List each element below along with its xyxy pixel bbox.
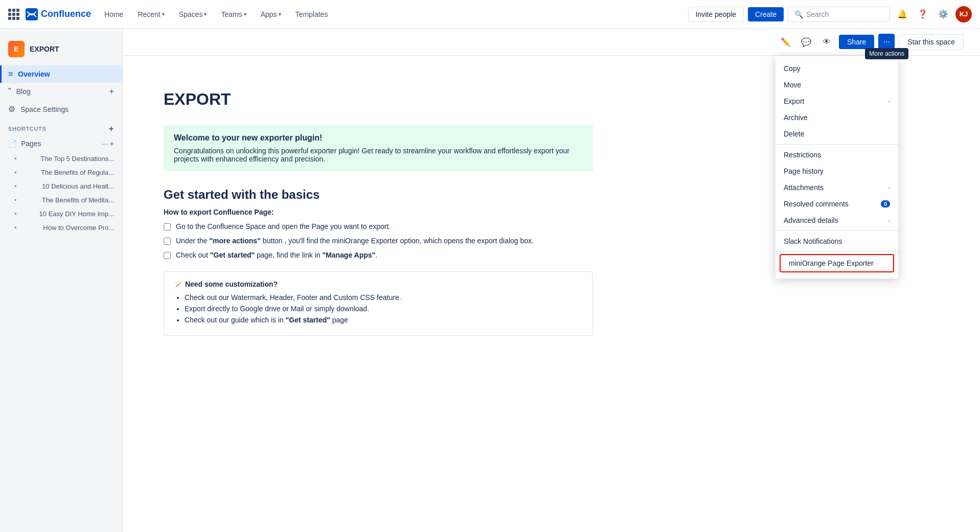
divider (776, 251, 898, 252)
chevron-down-icon: ▾ (204, 11, 207, 17)
nav-apps[interactable]: Apps ▾ (256, 7, 286, 21)
more-actions-dropdown: Copy Move Export › Archive Delete Restri… (776, 56, 898, 279)
sidebar-header: E EXPORT (0, 37, 122, 65)
list-item[interactable]: 10 Delicious and Healt... (0, 179, 122, 193)
chevron-down-icon: ▾ (279, 11, 281, 17)
page-header-bar: ✏️ 💬 👁 Share ··· Star this space (123, 29, 980, 56)
nav-recent[interactable]: Recent ▾ (132, 7, 169, 21)
list-item: Export directly to Google drive or Mail … (185, 305, 582, 313)
comment-icon[interactable]: 💬 (798, 34, 814, 50)
list-item[interactable]: The Benefits of Regula... (0, 166, 122, 179)
divider (776, 230, 898, 231)
dropdown-item-resolved-comments[interactable]: Resolved comments 0 (776, 196, 898, 212)
divider (776, 144, 898, 145)
customization-list: Check out our Watermark, Header, Footer … (174, 293, 582, 324)
pages-label: Pages (21, 140, 41, 148)
section-title: Get started with the basics (164, 188, 593, 202)
share-button[interactable]: Share (839, 35, 874, 49)
dropdown-item-miniorange-exporter[interactable]: miniOrange Page Exporter (781, 255, 893, 271)
dropdown-item-archive[interactable]: Archive (776, 109, 898, 126)
star-space-button[interactable]: Star this space (899, 34, 964, 50)
sidebar-item-label: Overview (18, 70, 50, 78)
main-content: EXPORT Welcome to your new exporter plug… (123, 29, 634, 532)
chevron-right-icon: › (888, 99, 890, 104)
sidebar-item-space-settings[interactable]: ⚙ Space Settings (0, 100, 122, 118)
checklist-item-1: Go to the Confluence Space and open the … (164, 222, 593, 230)
chevron-right-icon: › (888, 185, 890, 191)
welcome-banner-title: Welcome to your new exporter plugin! (174, 133, 583, 143)
add-shortcut-button[interactable]: + (109, 124, 114, 133)
confluence-logo[interactable]: Confluence (26, 8, 91, 20)
customization-box: 🪄 Need some customization? Check out our… (164, 271, 593, 336)
search-icon: 🔍 (794, 10, 803, 18)
resolved-comments-badge: 0 (881, 200, 890, 207)
watch-icon[interactable]: 👁 (818, 34, 835, 50)
pages-header-right: ··· + (102, 140, 114, 148)
pages-icon: 📄 (8, 140, 17, 148)
content-area: EXPORT Welcome to your new exporter plug… (164, 78, 593, 336)
more-pages-icon[interactable]: ··· (102, 140, 108, 148)
welcome-banner-text: Congratulations on unlocking this powerf… (174, 147, 583, 163)
dropdown-item-restrictions[interactable]: Restrictions (776, 147, 898, 163)
chevron-down-icon: ▾ (244, 11, 246, 17)
list-item[interactable]: The Benefits of Medita... (0, 193, 122, 207)
overview-icon: ≡ (8, 70, 13, 79)
space-name: EXPORT (30, 45, 59, 53)
space-icon: E (8, 41, 25, 57)
chevron-down-icon: ▾ (162, 11, 165, 17)
create-button[interactable]: Create (748, 7, 784, 21)
dropdown-item-slack-notifications[interactable]: Slack Notifications (776, 233, 898, 249)
nav-home[interactable]: Home (99, 7, 128, 21)
sidebar-item-overview[interactable]: ≡ Overview (0, 65, 122, 83)
dropdown-item-copy[interactable]: Copy (776, 60, 898, 77)
dropdown-item-attachments[interactable]: Attachments › (776, 179, 898, 196)
dropdown-item-move[interactable]: Move (776, 77, 898, 93)
customization-title: 🪄 Need some customization? (174, 280, 582, 288)
dropdown-item-delete[interactable]: Delete (776, 126, 898, 142)
notifications-icon[interactable]: 🔔 (894, 6, 910, 22)
settings-icon: ⚙ (8, 104, 15, 114)
avatar[interactable]: KJ (955, 6, 972, 22)
search-placeholder: Search (806, 10, 829, 18)
grid-menu-icon[interactable] (8, 9, 19, 20)
checkbox-2[interactable] (164, 238, 171, 245)
more-actions-button[interactable]: ··· (878, 34, 895, 50)
checklist-item-3: Check out "Get started" page, find the l… (164, 251, 593, 259)
logo-text: Confluence (41, 9, 91, 19)
dropdown-item-page-history[interactable]: Page history (776, 163, 898, 179)
invite-people-button[interactable]: Invite people (688, 7, 744, 22)
sidebar-item-blog[interactable]: " Blog + (0, 83, 122, 100)
list-item[interactable]: The Top 5 Destinations... (0, 152, 122, 166)
blog-icon: " (8, 87, 11, 96)
checklist-item-2: Under the "more actions" button , you'll… (164, 237, 593, 245)
list-item[interactable]: How to Overcome Pro... (0, 221, 122, 235)
edit-icon[interactable]: ✏️ (778, 34, 794, 50)
nav-spaces[interactable]: Spaces ▾ (174, 7, 212, 21)
sidebar-item-label: Blog (16, 87, 31, 96)
settings-icon[interactable]: ⚙️ (935, 6, 951, 22)
list-item: Check out our Watermark, Header, Footer … (185, 293, 582, 302)
shortcuts-section: SHORTCUTS + (0, 118, 122, 135)
pages-header-left: 📄 Pages (8, 140, 41, 148)
nav-templates[interactable]: Templates (290, 7, 333, 21)
sidebar: E EXPORT ≡ Overview " Blog + ⚙ Space Set… (0, 29, 123, 532)
chevron-right-icon: › (888, 218, 890, 223)
pages-section-header[interactable]: 📄 Pages ··· + (0, 135, 122, 152)
section-subtitle: How to export Confluence Page: (164, 208, 593, 216)
welcome-banner: Welcome to your new exporter plugin! Con… (164, 125, 593, 171)
checkbox-3[interactable] (164, 252, 171, 259)
add-blog-button[interactable]: + (109, 87, 114, 96)
dropdown-item-export[interactable]: Export › (776, 93, 898, 109)
search-bar[interactable]: 🔍 Search (788, 7, 890, 22)
add-page-icon[interactable]: + (110, 140, 114, 148)
dropdown-item-advanced-details[interactable]: Advanced details › (776, 212, 898, 228)
sidebar-item-label: Space Settings (20, 105, 69, 113)
nav-teams[interactable]: Teams ▾ (216, 7, 251, 21)
help-icon[interactable]: ❓ (915, 6, 931, 22)
list-item[interactable]: 10 Easy DIY Home Imp... (0, 207, 122, 221)
list-item: Check out our guide which is in "Get sta… (185, 316, 582, 324)
checkbox-1[interactable] (164, 223, 171, 230)
top-navigation: Confluence Home Recent ▾ Spaces ▾ Teams … (0, 0, 980, 29)
page-title: EXPORT (164, 90, 593, 109)
